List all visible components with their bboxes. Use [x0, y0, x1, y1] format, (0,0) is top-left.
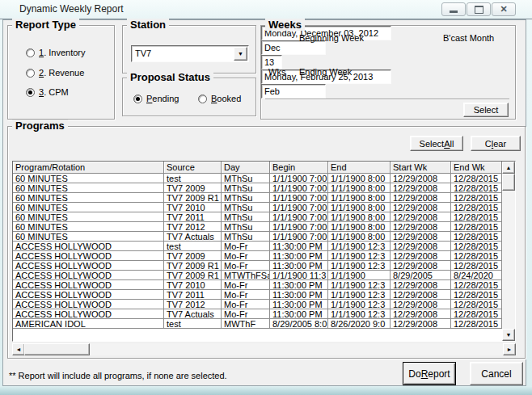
station-group: Station TV7 ▼	[122, 25, 256, 74]
table-row[interactable]: ACCESS HOLLYWOODTV7 2010Mo-Fr11:30:00 PM…	[13, 280, 502, 290]
table-cell: 60 MINUTES	[13, 183, 164, 193]
radio-booked-circle[interactable]	[198, 95, 207, 103]
table-cell: TV7 2012	[164, 300, 222, 309]
scroll-left-button[interactable]: ◄	[12, 343, 25, 355]
table-cell: Mo-Fr	[222, 280, 270, 290]
table-row[interactable]: 60 MINUTESTV7 2011MThSu1/1/1900 7:001/1/…	[13, 212, 502, 222]
do-report-button[interactable]: Do Report	[403, 362, 456, 385]
table-cell: 12/28/2015	[451, 290, 502, 300]
programs-grid: Program/RotationSourceDayBeginEndStart W…	[13, 162, 502, 341]
scroll-up-button[interactable]: ▲	[502, 162, 515, 174]
clear-button[interactable]: Clear	[471, 136, 521, 151]
table-row[interactable]: ACCESS HOLLYWOODTV7 2009 R1Mo-Fr11:30:00…	[13, 261, 502, 271]
ending-week-label: Ending Week	[299, 67, 352, 77]
table-cell: 11:30:00 PM	[270, 290, 328, 300]
minimize-button[interactable]	[441, 2, 466, 16]
table-cell: Mo-Fr	[222, 309, 270, 319]
programs-group: Programs Select All Clear Program/Rotati…	[7, 126, 526, 359]
programs-horizontal-scrollbar[interactable]: ◄ ►	[12, 343, 516, 355]
table-row[interactable]: 60 MINUTESTV7 2010MThSu1/1/1900 7:001/1/…	[13, 203, 502, 212]
table-cell: 12/29/2008	[391, 174, 451, 183]
table-cell: 12/29/2008	[391, 212, 451, 222]
table-cell: 12/29/2008	[391, 183, 451, 193]
table-cell: 12/28/2015	[451, 232, 502, 242]
table-cell: TV7 2010	[164, 280, 222, 290]
table-row[interactable]: 60 MINUTEStestMThSu1/1/1900 7:001/1/1900…	[13, 174, 502, 183]
table-cell: TV7 Actuals	[164, 232, 222, 242]
cancel-button[interactable]: Cancel	[470, 362, 523, 385]
column-header[interactable]: End Wk	[451, 162, 502, 174]
table-row[interactable]: ACCESS HOLLYWOODTV7 2011Mo-Fr11:30:00 PM…	[13, 290, 502, 300]
table-cell: 8/26/2020 9:0	[328, 319, 391, 329]
table-cell: 12/29/2008	[391, 232, 451, 242]
radio-inventory-circle[interactable]	[26, 48, 35, 57]
table-cell: 1/1/1900 7:00	[270, 232, 328, 242]
table-row[interactable]: ACCESS HOLLYWOODTV7 2012Mo-Fr11:30:00 PM…	[13, 300, 502, 309]
radio-pending-circle[interactable]	[133, 95, 142, 103]
table-cell: 1/1/1900 7:00	[270, 183, 328, 193]
select-weeks-button[interactable]: Select	[463, 103, 509, 117]
column-header[interactable]: Begin	[270, 162, 328, 174]
maximize-button[interactable]	[467, 2, 491, 16]
table-cell: 12/28/2015	[451, 242, 502, 251]
radio-cpm[interactable]: 3. CPM	[26, 87, 69, 97]
bcast-month-end-field[interactable]: Feb	[261, 84, 326, 99]
table-row[interactable]: AMERICAN IDOLtestMWThF8/29/2005 8:08/26/…	[13, 319, 502, 329]
table-row[interactable]: ACCESS HOLLYWOODTV7 2009Mo-Fr11:30:00 PM…	[13, 251, 502, 261]
table-cell: ACCESS HOLLYWOOD	[13, 242, 164, 251]
table-row[interactable]: 60 MINUTESTV7 2009 R1MThSu1/1/1900 7:001…	[13, 193, 502, 203]
wks-label: Wks	[268, 67, 285, 77]
table-cell: MWThF	[222, 319, 270, 329]
programs-vertical-scrollbar[interactable]: ▲ ▼	[502, 162, 515, 341]
table-cell: 1/1/1900 11:3	[270, 271, 328, 280]
table-row[interactable]: ACCESS HOLLYWOODtestMo-Fr11:30:00 PM1/1/…	[13, 242, 502, 251]
table-cell: ACCESS HOLLYWOOD	[13, 290, 164, 300]
radio-revenue-label: 2. Revenue	[39, 68, 84, 78]
radio-booked[interactable]: Booked	[198, 94, 241, 103]
table-row[interactable]: 60 MINUTESTV7 2012MThSu1/1/1900 7:001/1/…	[13, 222, 502, 232]
table-cell: ACCESS HOLLYWOOD	[13, 300, 164, 309]
table-cell: TV7 2009	[164, 251, 222, 261]
radio-cpm-circle[interactable]	[26, 88, 35, 97]
table-cell: Mo-Fr	[222, 242, 270, 251]
radio-revenue[interactable]: 2. Revenue	[26, 68, 84, 78]
vertical-scroll-thumb[interactable]	[502, 174, 515, 191]
table-row[interactable]: 60 MINUTESTV7 ActualsMThSu1/1/1900 7:001…	[13, 232, 502, 242]
radio-pending[interactable]: Pending	[133, 94, 179, 103]
table-row[interactable]: 60 MINUTESTV7 2009MThSu1/1/1900 7:001/1/…	[13, 183, 502, 193]
radio-inventory-label: 1. Inventory	[39, 48, 85, 57]
column-header[interactable]: Source	[164, 162, 222, 174]
table-cell: 11:30:00 PM	[270, 242, 328, 251]
table-cell: TV7 Actuals	[164, 309, 222, 319]
radio-revenue-circle[interactable]	[26, 69, 35, 78]
column-header[interactable]: Day	[222, 162, 270, 174]
table-cell: 1/1/1900 8:00	[328, 174, 391, 183]
table-cell: 11:30:00 PM	[270, 309, 328, 319]
close-button[interactable]: ✕	[492, 2, 516, 16]
scroll-down-button[interactable]: ▼	[502, 329, 515, 341]
table-cell: MThSu	[222, 212, 270, 222]
column-header[interactable]: End	[328, 162, 391, 174]
station-combobox[interactable]: TV7 ▼	[131, 45, 249, 62]
table-cell: 1/1/1900	[328, 271, 391, 280]
table-cell: MThSu	[222, 232, 270, 242]
column-header[interactable]: Start Wk	[391, 162, 451, 174]
station-combobox-dropdown[interactable]: ▼	[234, 47, 247, 61]
horizontal-scroll-thumb[interactable]	[24, 343, 90, 355]
column-header[interactable]: Program/Rotation	[13, 162, 164, 174]
table-row[interactable]: ACCESS HOLLYWOODTV7 ActualsMo-Fr11:30:00…	[13, 309, 502, 319]
table-cell: 1/1/1900 12:3	[328, 280, 391, 290]
scroll-down-icon: ▼	[506, 332, 512, 338]
table-row[interactable]: ACCESS HOLLYWOODTV7 2009 R1MTWThFSa1/1/1…	[13, 271, 502, 280]
table-cell: 12/29/2008	[391, 261, 451, 271]
table-cell: 1/1/1900 12:3	[328, 261, 391, 271]
table-cell: 12/28/2015	[451, 280, 502, 290]
scroll-right-button[interactable]: ►	[503, 343, 516, 355]
table-cell: 12/28/2015	[451, 222, 502, 232]
table-cell: TV7 2009	[164, 183, 222, 193]
table-cell: 12/29/2008	[391, 242, 451, 251]
select-all-button[interactable]: Select All	[410, 136, 463, 151]
table-cell: 1/1/1900 8:00	[328, 232, 391, 242]
table-cell: 1/1/1900 12:3	[328, 290, 391, 300]
radio-inventory[interactable]: 1. Inventory	[26, 48, 85, 57]
